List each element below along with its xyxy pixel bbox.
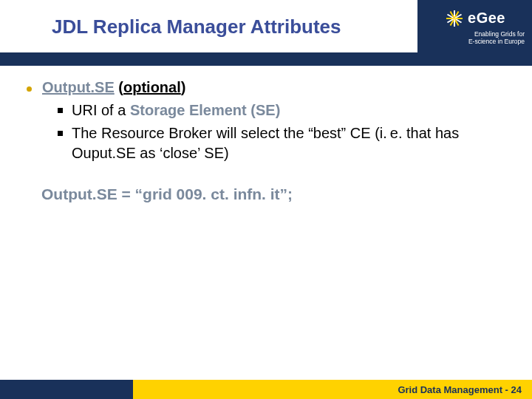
square-bullet-icon bbox=[58, 131, 63, 136]
sub-em: Storage Element (SE) bbox=[130, 102, 280, 118]
logo-tagline: Enabling Grids for E-science in Europe bbox=[422, 30, 528, 45]
sub-text: The Resource Broker will select the “bes… bbox=[72, 123, 505, 163]
sub-text: URI of a Storage Element (SE) bbox=[72, 100, 280, 120]
footer: Grid Data Management - 24 bbox=[0, 380, 532, 399]
optional-word: optional bbox=[123, 79, 181, 95]
egee-logo: eGee Enabling Grids for E-science in Eur… bbox=[417, 0, 532, 53]
tagline-line1: Enabling Grids for bbox=[474, 30, 525, 38]
logo-text: eGee bbox=[468, 10, 505, 27]
bullet-level2: URI of a Storage Element (SE) bbox=[58, 100, 505, 120]
footer-text: Grid Data Management - 24 bbox=[398, 384, 522, 395]
slide-title: JDL Replica Manager Attributes bbox=[52, 16, 341, 38]
footer-right-block: Grid Data Management - 24 bbox=[133, 380, 532, 399]
body: Output.SE (optional) URI of a Storage El… bbox=[0, 66, 532, 380]
slide: JDL Replica Manager Attributes bbox=[0, 0, 532, 399]
bullet-text: Output.SE (optional) bbox=[42, 79, 185, 96]
header-band bbox=[0, 52, 532, 66]
optional-open: ( bbox=[115, 79, 123, 95]
footer-left-block bbox=[0, 380, 133, 399]
sub-list: URI of a Storage Element (SE) The Resour… bbox=[58, 100, 505, 163]
bullet-level1: Output.SE (optional) bbox=[27, 79, 505, 96]
tagline-line2: E-science in Europe bbox=[468, 38, 525, 45]
sub-pre: The Resource Broker will select the “bes… bbox=[72, 125, 459, 161]
sub-pre: URI of a bbox=[72, 102, 130, 118]
optional-close: ) bbox=[181, 79, 186, 95]
code-example: Output.SE = “grid 009. ct. infn. it”; bbox=[41, 185, 505, 203]
header: JDL Replica Manager Attributes bbox=[0, 0, 532, 53]
logo-top: eGee bbox=[444, 8, 505, 29]
starburst-icon bbox=[444, 8, 465, 29]
attribute-name: Output.SE bbox=[42, 79, 115, 95]
title-area: JDL Replica Manager Attributes bbox=[0, 0, 417, 53]
square-bullet-icon bbox=[58, 108, 63, 113]
bullet-dot-icon bbox=[27, 86, 32, 92]
bullet-level2: The Resource Broker will select the “bes… bbox=[58, 123, 505, 163]
